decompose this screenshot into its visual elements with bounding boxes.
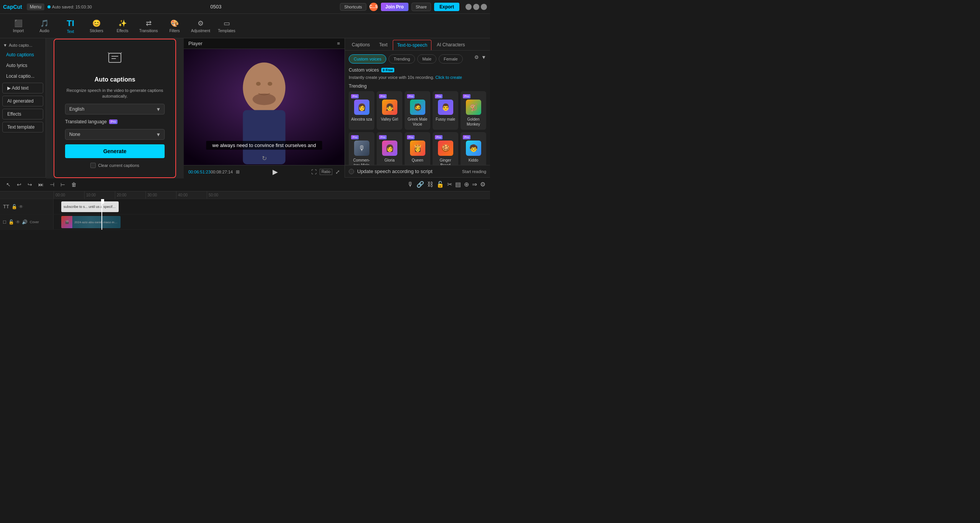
section-arrow-icon: ▼	[3, 43, 7, 47]
cursor-tool[interactable]: ↖	[5, 181, 12, 188]
playhead[interactable]	[101, 199, 102, 230]
video-clip[interactable]: 🎬 2024-aziz-abu-sarah-maoz-inon-003-0415…	[61, 216, 121, 228]
generate-button[interactable]: Generate	[65, 144, 165, 158]
split-button[interactable]: ⏭	[37, 181, 45, 188]
link2-icon[interactable]: ⛓	[427, 181, 433, 188]
left-item-ai-generated[interactable]: AI generated	[2, 96, 43, 106]
video-lock-icon[interactable]: 🔓	[8, 219, 14, 225]
split-left-button[interactable]: ⊣	[48, 181, 56, 188]
link-icon[interactable]: 🔗	[416, 181, 424, 188]
subtitle-clip[interactable]: subscribe to s... until us a specific le…	[61, 201, 119, 212]
filter-icon[interactable]: ⚙	[474, 54, 479, 64]
left-item-add-text[interactable]: ▶ Add text	[2, 83, 43, 93]
unlink-icon[interactable]: 🔓	[436, 181, 444, 188]
pro-tag: Pro	[379, 135, 387, 139]
split-right-button[interactable]: ⊢	[59, 181, 67, 188]
join-pro-button[interactable]: Join Pro	[381, 3, 408, 11]
undo-button[interactable]: ↩	[15, 181, 23, 188]
left-item-auto-captions[interactable]: Auto captions	[2, 50, 44, 60]
minimize-button[interactable]	[466, 4, 472, 10]
export-button[interactable]: Export	[434, 3, 459, 11]
shortcuts-button[interactable]: Shortcuts	[340, 3, 366, 11]
voice-card-golden-monkey[interactable]: Pro 🐒 Golden Monkey	[461, 91, 486, 130]
right-panel: Captions Text Text-to-speech AI Characte…	[345, 38, 490, 177]
left-item-local-caption[interactable]: Local captio...	[2, 71, 44, 81]
tool-effects[interactable]: ✨ Effects	[110, 15, 135, 37]
right-tabs: Captions Text Text-to-speech AI Characte…	[345, 38, 490, 51]
tool-text[interactable]: TI Text	[58, 15, 83, 37]
tab-text-to-speech[interactable]: Text-to-speech	[393, 40, 431, 50]
language-select[interactable]: English Spanish French	[65, 104, 165, 114]
vtab-male[interactable]: Male	[417, 54, 436, 64]
templates-icon: ▭	[224, 19, 230, 28]
pro-tag: Pro	[407, 135, 415, 139]
create-voice-link[interactable]: Click to create	[435, 75, 462, 80]
voice-card-alexstraza[interactable]: Pro 👩 Alexstra sza	[349, 91, 374, 130]
video-audio-icon[interactable]: 🔊	[22, 219, 28, 225]
clear-checkbox[interactable]	[90, 163, 96, 168]
tool-filters[interactable]: 🎨 Filters	[162, 15, 187, 37]
voice-card-commentary-male[interactable]: Pro 🎙 Commen- tary Male	[349, 132, 374, 165]
lock-icon[interactable]: 🔓	[11, 204, 17, 209]
tab-text[interactable]: Text	[375, 40, 391, 50]
tool-adjustment[interactable]: ⚙ Adjustment	[188, 15, 213, 37]
settings2-icon[interactable]: ⚙	[480, 181, 485, 188]
vtab-female[interactable]: Female	[439, 54, 463, 64]
svg-point-4	[256, 82, 261, 86]
left-item-text-template[interactable]: Text template	[2, 122, 43, 132]
tool-transitions[interactable]: ⇄ Transitions	[136, 15, 161, 37]
voice-card-kiddo[interactable]: Pro 🧒 Kiddo	[461, 132, 486, 165]
voice-card-ginger-bread[interactable]: Pro 🍪 Ginger Bread	[433, 132, 458, 165]
dropdown-icon[interactable]: ▼	[481, 54, 486, 64]
tool-import[interactable]: ⬛ Import	[6, 15, 31, 37]
expand-icon[interactable]: ⤢	[335, 169, 340, 175]
video-track-icon: □	[3, 219, 6, 225]
speed-icon[interactable]: ⇒	[472, 181, 477, 188]
ratio-button[interactable]: Ratio	[320, 169, 332, 175]
left-item-auto-lyrics[interactable]: Auto lyrics	[2, 60, 44, 70]
video-eye-icon[interactable]: 👁	[16, 219, 20, 225]
menu-button[interactable]: Menu	[27, 3, 44, 10]
delete-button[interactable]: 🗑	[70, 181, 78, 188]
gloria-avatar: 👩	[382, 141, 397, 156]
vtab-custom-voices[interactable]: Custom voices	[349, 54, 386, 64]
voice-card-greek-male[interactable]: Pro 🧔 Greek Male Vocie	[405, 91, 430, 130]
text-label: Text	[67, 29, 74, 34]
tool-stickers[interactable]: 😊 Stickers	[84, 15, 109, 37]
tool-templates[interactable]: ▭ Templates	[214, 15, 239, 37]
voice-card-queen[interactable]: Pro 👸 Queen	[405, 132, 430, 165]
close-button[interactable]	[481, 4, 487, 10]
voice-card-fussy-male[interactable]: Pro 👨 Fussy male	[433, 91, 458, 130]
grid-view-icon[interactable]: ⊞	[236, 169, 240, 175]
update-speech-checkbox[interactable]	[349, 169, 354, 174]
tab-ai-characters[interactable]: AI Characters	[433, 40, 469, 50]
voice-card-valley-girl[interactable]: Pro 👧 Valley Girl	[377, 91, 402, 130]
voice-card-gloria[interactable]: Pro 👩 Gloria	[377, 132, 402, 165]
vtab-trending[interactable]: Trending	[389, 54, 415, 64]
effects-icon: ✨	[118, 19, 127, 28]
fullscreen-icon[interactable]: ⛶	[311, 169, 317, 175]
toolbar: ⬛ Import 🎵 Audio TI Text 😊 Stickers ✨ Ef…	[0, 14, 490, 38]
greek-avatar: 🧔	[410, 100, 425, 115]
commentary-avatar: 🎙	[354, 141, 369, 156]
left-section-header[interactable]: ▼ Auto capto...	[0, 41, 46, 49]
tab-captions[interactable]: Captions	[348, 40, 374, 50]
maximize-button[interactable]	[473, 4, 479, 10]
tool-audio[interactable]: 🎵 Audio	[32, 15, 57, 37]
rotate-icon[interactable]: ↻	[262, 155, 267, 162]
left-item-effects[interactable]: Effects	[2, 109, 43, 119]
timeline-ruler: 00:00 10:00 20:00 30:00 40:00 50:00	[0, 191, 490, 199]
translated-select[interactable]: None Spanish	[65, 129, 165, 140]
fussy-name: Fussy male	[436, 117, 455, 122]
player-menu-icon[interactable]: ≡	[337, 41, 340, 46]
zoom-icon[interactable]: ⊕	[464, 181, 469, 188]
start-reading-button[interactable]: Start reading	[462, 169, 486, 174]
mic-icon[interactable]: 🎙	[407, 181, 413, 188]
queen-avatar: 👸	[410, 141, 425, 156]
redo-button[interactable]: ↪	[26, 181, 34, 188]
play-button[interactable]: ▶	[273, 168, 278, 176]
caption-icon[interactable]: ▤	[455, 181, 461, 188]
share-button[interactable]: Share	[412, 3, 431, 11]
eye-icon[interactable]: 👁	[19, 204, 23, 209]
cut-link-icon[interactable]: ✂	[447, 181, 452, 188]
